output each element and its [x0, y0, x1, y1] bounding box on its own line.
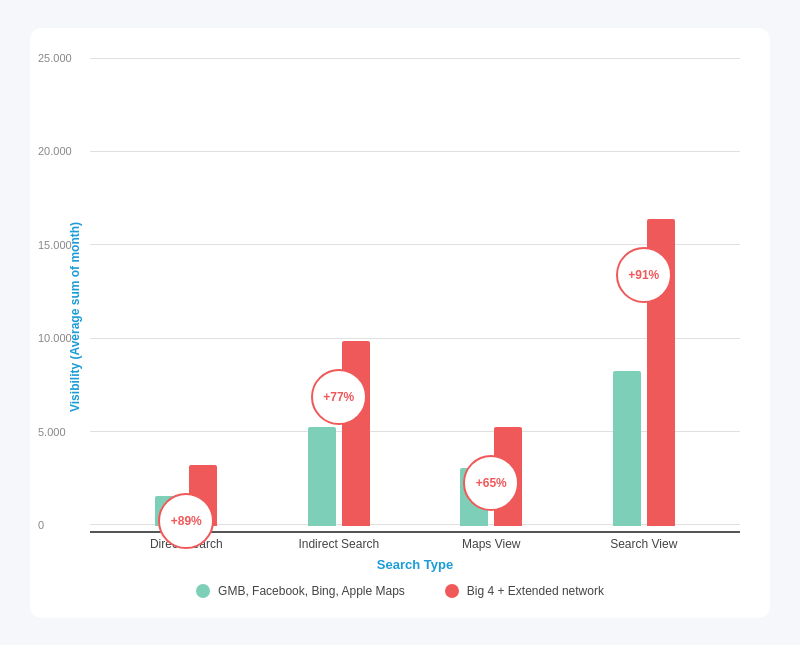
- bar-group: +77%: [263, 341, 416, 526]
- grid-line-label: 25.000: [38, 52, 72, 64]
- grid-line-label: 15.000: [38, 239, 72, 251]
- legend-label-green: GMB, Facebook, Bing, Apple Maps: [218, 584, 405, 598]
- bar-group: +89%: [110, 465, 263, 526]
- legend: GMB, Facebook, Bing, Apple Maps Big 4 + …: [60, 584, 740, 598]
- bars-row: +89%: [155, 465, 217, 526]
- chart-container: Visibility (Average sum of month) 25.000…: [30, 28, 770, 618]
- x-axis-label: Maps View: [415, 537, 568, 551]
- bar-green: [308, 427, 336, 526]
- plot-area: 25.00020.00015.00010.0005.0000+89%+77%+6…: [90, 58, 740, 526]
- x-axis-label: Indirect Search: [263, 537, 416, 551]
- legend-dot-green: [196, 584, 210, 598]
- bars-row: +91%: [613, 219, 675, 526]
- y-axis-label: Visibility (Average sum of month): [60, 58, 90, 576]
- bars-container: +89%+77%+65%+91%: [90, 58, 740, 526]
- x-axis-label: Search View: [568, 537, 721, 551]
- legend-item-green: GMB, Facebook, Bing, Apple Maps: [196, 584, 405, 598]
- badge: +91%: [616, 247, 672, 303]
- bar-group: +91%: [568, 219, 721, 526]
- legend-label-red: Big 4 + Extended network: [467, 584, 604, 598]
- bar-red: [342, 341, 370, 526]
- bars-row: +65%: [460, 427, 522, 526]
- badge: +89%: [158, 493, 214, 549]
- badge: +65%: [463, 455, 519, 511]
- legend-item-red: Big 4 + Extended network: [445, 584, 604, 598]
- bars-row: +77%: [308, 341, 370, 526]
- chart-area: Visibility (Average sum of month) 25.000…: [60, 58, 740, 576]
- grid-line-label: 0: [38, 519, 44, 531]
- grid-line-label: 20.000: [38, 145, 72, 157]
- badge: +77%: [311, 369, 367, 425]
- bar-green: [613, 371, 641, 526]
- x-axis-title: Search Type: [90, 557, 740, 572]
- bar-group: +65%: [415, 427, 568, 526]
- chart-inner: 25.00020.00015.00010.0005.0000+89%+77%+6…: [90, 58, 740, 576]
- grid-line-label: 10.000: [38, 332, 72, 344]
- grid-line-label: 5.000: [38, 426, 66, 438]
- legend-dot-red: [445, 584, 459, 598]
